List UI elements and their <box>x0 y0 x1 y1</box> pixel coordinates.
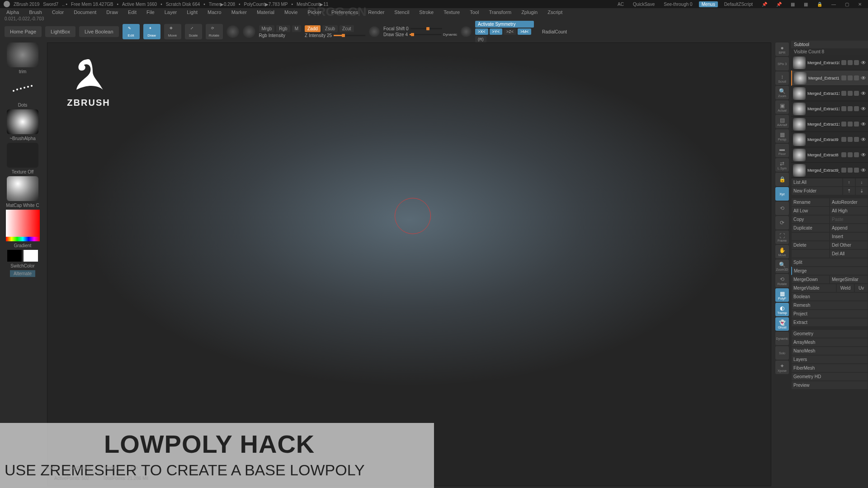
pin-icon[interactable]: 📌 <box>759 2 770 7</box>
subtool-item[interactable]: Merged_Extract8👁 <box>791 147 868 163</box>
solo-button[interactable]: Solo <box>775 346 789 360</box>
sym-x-button[interactable]: >X< <box>475 28 488 35</box>
dynamic-button[interactable]: Dynamic <box>775 332 789 345</box>
duplicate-button[interactable]: Duplicate <box>791 224 830 232</box>
lsym-button[interactable]: ⇄L.Sym <box>775 158 789 172</box>
menus-button[interactable]: Menus <box>699 1 718 7</box>
layout-icon[interactable]: ▦ <box>801 2 811 7</box>
sym-z-button[interactable]: >Z< <box>504 28 516 35</box>
uv-button[interactable]: Uv <box>854 284 868 292</box>
boolean-section[interactable]: Boolean <box>791 292 868 301</box>
xyz-button[interactable]: Xyz <box>775 187 789 201</box>
eye-icon[interactable]: 👁 <box>861 152 866 158</box>
lightbox-button[interactable]: LightBox <box>45 26 75 37</box>
arrow-up-icon[interactable]: ↑ <box>843 178 855 187</box>
menu-edit[interactable]: Edit <box>123 9 141 15</box>
floor-button[interactable]: ▬Floor <box>775 144 789 157</box>
subtool-item[interactable]: Merged_Extract11_04👁 <box>791 70 868 86</box>
y-button[interactable]: ⟲ <box>775 202 789 215</box>
move-button[interactable]: ✋Move <box>775 245 789 258</box>
mrgb-button[interactable]: Mrgb <box>259 25 275 32</box>
merge-section[interactable]: Merge <box>791 267 868 275</box>
rotate3d-button[interactable]: ⟲Rotate <box>775 274 789 287</box>
subtool-item[interactable]: Merged_Extract11_05👁 <box>791 86 868 101</box>
zoom-button[interactable]: 🔍Zoom <box>775 86 789 99</box>
gizmo-icon[interactable] <box>243 25 255 38</box>
z-intensity-slider[interactable] <box>334 35 365 36</box>
menu-macro[interactable]: Macro <box>203 9 226 15</box>
menu-zplugin[interactable]: Zplugin <box>517 9 542 15</box>
zadd-button[interactable]: Zadd <box>305 25 321 32</box>
menu-draw[interactable]: Draw <box>102 9 123 15</box>
radial-count-label[interactable]: RadialCount <box>542 29 567 34</box>
sym-r-button[interactable]: (R) <box>475 36 486 42</box>
window-icon[interactable]: ▦ <box>788 2 797 7</box>
eye-icon[interactable]: 👁 <box>861 167 866 174</box>
lock-button[interactable]: 🔒 <box>775 173 789 186</box>
menu-alpha[interactable]: Alpha <box>2 9 24 15</box>
sym-m-button[interactable]: >M< <box>518 28 531 35</box>
arrow-down-icon[interactable]: ↓ <box>855 178 868 187</box>
maximize-icon[interactable]: ▢ <box>842 2 852 7</box>
eye-icon[interactable]: 👁 <box>861 60 866 66</box>
geometryhd-section[interactable]: Geometry HD <box>791 372 868 381</box>
menu-transform[interactable]: Transform <box>484 9 516 15</box>
rgb-button[interactable]: Rgb <box>276 25 290 32</box>
brush-sc-trim[interactable]: trim <box>131 465 138 470</box>
autoreorder-button[interactable]: AutoReorder <box>830 198 868 206</box>
sym-y-button[interactable]: >Y< <box>490 28 503 35</box>
sculptris-icon[interactable] <box>226 25 239 38</box>
menu-picker[interactable]: Picker <box>303 9 326 15</box>
subtool-item[interactable]: Merged_Extract10👁 <box>791 55 868 70</box>
menu-tool[interactable]: Tool <box>465 9 483 15</box>
list-all-button[interactable]: List All <box>791 178 843 187</box>
color-swatches[interactable] <box>7 250 38 262</box>
menu-zscript[interactable]: Zscript <box>543 9 567 15</box>
zoom3d-button[interactable]: 🔍Zoom3D <box>775 259 789 273</box>
insert-button[interactable]: Insert <box>830 232 868 241</box>
menu-material[interactable]: Material <box>252 9 279 15</box>
color-picker[interactable] <box>6 210 40 241</box>
append-button[interactable]: Append <box>830 224 868 232</box>
split-section[interactable]: Split <box>791 258 868 267</box>
eye-icon[interactable]: 👁 <box>861 75 866 81</box>
live-boolean-button[interactable]: Live Boolean <box>79 26 119 37</box>
project-section[interactable]: Project <box>791 310 868 318</box>
lazy-icon[interactable] <box>461 26 472 37</box>
brush-sc-claybuildup[interactable]: ClayBuildup <box>69 465 90 470</box>
eye-icon[interactable]: 👁 <box>861 90 866 97</box>
move-down-icon[interactable]: ⇣ <box>855 187 868 195</box>
mergesimilar-button[interactable]: MergeSimilar <box>830 275 868 284</box>
mergedown-button[interactable]: MergeDown <box>791 275 830 284</box>
focal-shift-slider[interactable] <box>410 28 442 29</box>
subtool-item[interactable]: Merged_Extract11_03👁 <box>791 117 868 132</box>
menu-movie[interactable]: Movie <box>280 9 302 15</box>
switch-color-button[interactable]: SwitchColor <box>10 263 34 268</box>
close-icon[interactable]: ✕ <box>855 2 864 7</box>
menu-light[interactable]: Light <box>182 9 202 15</box>
fibermesh-section[interactable]: FiberMesh <box>791 364 868 372</box>
xpose-button[interactable]: ✦Xpose <box>775 361 789 374</box>
alternate-button[interactable]: Alternate <box>10 270 35 277</box>
menu-color[interactable]: Color <box>47 9 68 15</box>
scroll-button[interactable]: ↕Scroll <box>775 71 789 85</box>
delother-button[interactable]: Del Other <box>830 241 868 249</box>
edit-mode-button[interactable]: ✎Edit <box>123 24 140 39</box>
z-intensity-label[interactable]: Z Intensity 25 <box>305 33 332 38</box>
new-folder-button[interactable]: New Folder <box>791 187 843 195</box>
nanomesh-section[interactable]: NanoMesh <box>791 347 868 355</box>
viewport[interactable] <box>47 42 771 486</box>
geometry-section[interactable]: Geometry <box>791 329 868 338</box>
mergevisible-button[interactable]: MergeVisible <box>791 284 836 292</box>
layers-section[interactable]: Layers <box>791 355 868 364</box>
spix-button[interactable]: SPix 3 <box>775 57 789 70</box>
sphere-icon[interactable] <box>369 26 380 37</box>
move-up-icon[interactable]: ⇡ <box>843 187 855 195</box>
menu-render[interactable]: Render <box>363 9 389 15</box>
eye-icon[interactable]: 👁 <box>861 136 866 143</box>
seethrough-slider[interactable]: See-through 0 <box>661 2 695 7</box>
menu-marker[interactable]: Marker <box>227 9 251 15</box>
polyf-button[interactable]: ▦PolyF <box>775 288 789 302</box>
focal-shift-label[interactable]: Focal Shift 0 <box>383 26 409 31</box>
alpha-swatch[interactable] <box>7 109 38 134</box>
